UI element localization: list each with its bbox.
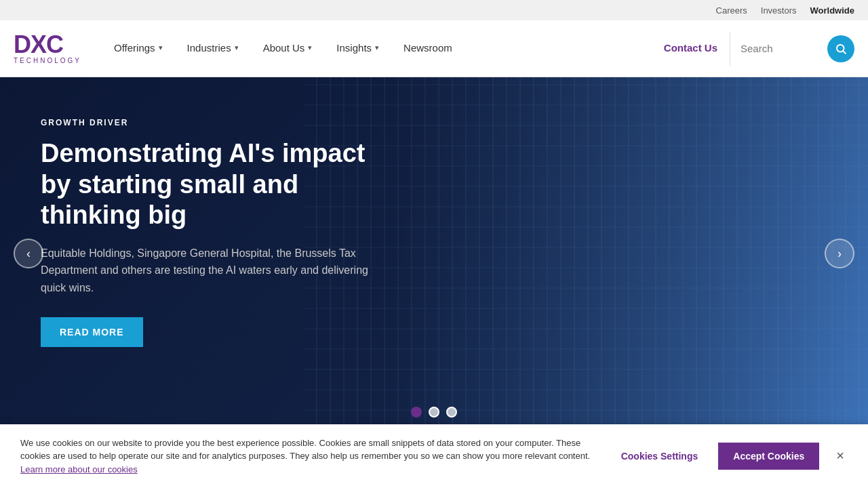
- cookie-settings-button[interactable]: Cookies Settings: [614, 451, 705, 462]
- search-icon: [835, 43, 847, 55]
- nav-newsroom[interactable]: Newsroom: [391, 20, 465, 77]
- hero-dot-3[interactable]: [446, 407, 457, 418]
- logo-sub-text: TECHNOLOGY: [14, 57, 81, 64]
- investors-link[interactable]: Investors: [761, 5, 797, 16]
- hero-prev-button[interactable]: ‹: [14, 239, 43, 268]
- hero-dot-1[interactable]: [411, 407, 422, 418]
- search-input[interactable]: [741, 43, 822, 54]
- careers-link[interactable]: Careers: [716, 5, 747, 16]
- cookie-banner: We use cookies on our website to provide…: [0, 424, 868, 489]
- nav-about-us[interactable]: About Us ▾: [251, 20, 325, 77]
- worldwide-link[interactable]: Worldwide: [810, 5, 854, 16]
- hero-title: Demonstrating AI's impact by starting sm…: [41, 138, 380, 231]
- close-icon: ×: [836, 448, 844, 463]
- hero-section: GROWTH DRIVER Demonstrating AI's impact …: [0, 77, 868, 430]
- chevron-down-icon: ▾: [159, 43, 163, 52]
- nav-contact[interactable]: Contact Us: [652, 20, 730, 77]
- chevron-down-icon: ▾: [375, 43, 379, 52]
- hero-content: GROWTH DRIVER Demonstrating AI's impact …: [0, 77, 420, 388]
- hero-next-button[interactable]: ›: [825, 239, 854, 268]
- hero-dot-2[interactable]: [429, 407, 439, 418]
- main-nav: DXC TECHNOLOGY Offerings ▾ Industries ▾ …: [0, 20, 868, 77]
- chevron-right-icon: ›: [837, 247, 842, 261]
- cookie-learn-more-link[interactable]: Learn more about our cookies: [20, 464, 138, 474]
- nav-offerings[interactable]: Offerings ▾: [102, 20, 175, 77]
- chevron-down-icon: ▾: [308, 43, 312, 52]
- svg-point-0: [837, 45, 844, 52]
- cookie-accept-button[interactable]: Accept Cookies: [718, 443, 819, 470]
- chevron-left-icon: ‹: [26, 247, 31, 261]
- svg-line-1: [843, 51, 846, 54]
- logo-dxc-text: DXC: [14, 33, 63, 57]
- nav-insights[interactable]: Insights ▾: [324, 20, 391, 77]
- hero-dots: [411, 407, 457, 418]
- logo[interactable]: DXC TECHNOLOGY: [14, 33, 81, 64]
- top-bar: Careers Investors Worldwide: [0, 0, 868, 20]
- cookie-close-button[interactable]: ×: [833, 448, 848, 464]
- chevron-down-icon: ▾: [235, 43, 239, 52]
- hero-category: GROWTH DRIVER: [41, 118, 380, 127]
- nav-items: Offerings ▾ Industries ▾ About Us ▾ Insi…: [102, 20, 730, 77]
- cookie-text: We use cookies on our website to provide…: [20, 436, 601, 476]
- search-area: [730, 32, 854, 66]
- search-button[interactable]: [827, 35, 854, 62]
- hero-cta-button[interactable]: READ MORE: [41, 317, 143, 347]
- nav-industries[interactable]: Industries ▾: [175, 20, 251, 77]
- hero-description: Equitable Holdings, Singapore General Ho…: [41, 245, 380, 297]
